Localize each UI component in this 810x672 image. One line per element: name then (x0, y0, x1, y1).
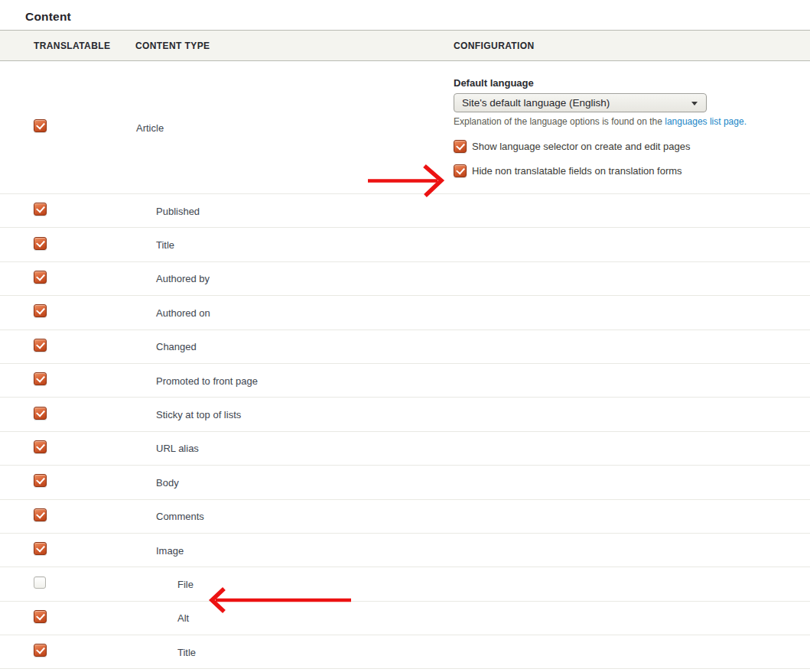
column-header-translatable: TRANSLATABLE (0, 41, 135, 51)
table-row-alt: Alt (0, 602, 810, 635)
hide-non-translatable-checkbox[interactable] (454, 164, 467, 177)
field-label: Title (177, 647, 196, 658)
hide-non-translatable-option: Hide non translatable fields on translat… (454, 164, 682, 177)
field-label: Published (156, 206, 200, 217)
field-label: Title (156, 239, 174, 251)
table-row-changed: Changed (0, 330, 810, 364)
translatable-checkbox[interactable] (34, 610, 47, 623)
field-label: Changed (156, 341, 197, 352)
column-header-content-type: CONTENT TYPE (135, 41, 454, 51)
show-language-selector-checkbox[interactable] (454, 140, 467, 153)
table-row-promoted: Promoted to front page (0, 364, 810, 398)
translatable-checkbox[interactable] (34, 542, 47, 555)
content-type-label: Article (136, 122, 164, 134)
translatable-checkbox[interactable] (34, 203, 47, 216)
table-row-authored-by: Authored by (0, 262, 810, 296)
hide-non-translatable-label: Hide non translatable fields on translat… (472, 165, 682, 177)
field-label: URL alias (156, 443, 199, 454)
field-label: Promoted to front page (156, 375, 258, 387)
translatable-checkbox[interactable] (34, 440, 47, 453)
show-language-selector-option: Show language selector on create and edi… (454, 140, 690, 153)
languages-list-page-link[interactable]: languages list page. (665, 116, 747, 127)
default-language-select[interactable]: Site's default language (English) (454, 93, 707, 112)
translatable-checkbox[interactable] (34, 407, 47, 420)
table-row-published: Published (0, 194, 810, 228)
default-language-selected-value: Site's default language (English) (462, 97, 610, 109)
translatable-checkbox[interactable] (34, 237, 47, 250)
translatable-checkbox[interactable] (34, 508, 47, 521)
translatable-checkbox[interactable] (34, 474, 47, 487)
translatable-checkbox[interactable] (34, 372, 47, 385)
table-row-authored-on: Authored on (0, 296, 810, 330)
table-header-row: TRANSLATABLE CONTENT TYPE CONFIGURATION (0, 30, 810, 61)
translatable-checkbox-file[interactable] (34, 576, 46, 589)
table-row-title: Title (0, 228, 810, 261)
table-row-file: File (0, 567, 810, 601)
translatable-checkbox[interactable] (34, 271, 47, 284)
chevron-down-icon (691, 102, 698, 106)
table-row-sticky: Sticky at top of lists (0, 398, 810, 431)
field-label: Comments (156, 511, 204, 522)
field-label: File (177, 579, 194, 590)
translatable-checkbox-article[interactable] (34, 119, 47, 132)
column-header-configuration: CONFIGURATION (454, 41, 810, 51)
article-configuration: Default language Site's default language… (454, 77, 810, 177)
table-row-url-alias: URL alias (0, 432, 810, 466)
table-row-body: Body (0, 466, 810, 499)
translatable-checkbox[interactable] (34, 339, 47, 352)
hint-text: Explanation of the language options is f… (454, 116, 665, 127)
table-row-comments: Comments (0, 500, 810, 534)
translatable-checkbox[interactable] (34, 304, 47, 317)
show-language-selector-label: Show language selector on create and edi… (472, 141, 690, 152)
field-label: Authored by (156, 273, 210, 284)
page-title: Content (25, 10, 810, 24)
translatable-checkbox[interactable] (34, 644, 47, 657)
field-label: Authored on (156, 307, 210, 319)
language-options-hint: Explanation of the language options is f… (454, 116, 747, 127)
settings-table: TRANSLATABLE CONTENT TYPE CONFIGURATION … (0, 30, 810, 669)
content-language-settings-page: Content TRANSLATABLE CONTENT TYPE CONFIG… (0, 10, 810, 672)
field-label: Alt (177, 612, 189, 624)
table-row-image-title: Title (0, 635, 810, 669)
field-label: Sticky at top of lists (156, 409, 241, 420)
default-language-label: Default language (454, 77, 534, 89)
field-label: Image (156, 545, 184, 557)
field-label: Body (156, 477, 179, 489)
table-row-image: Image (0, 534, 810, 567)
table-row-article: Article Default language Site's default … (0, 61, 810, 194)
